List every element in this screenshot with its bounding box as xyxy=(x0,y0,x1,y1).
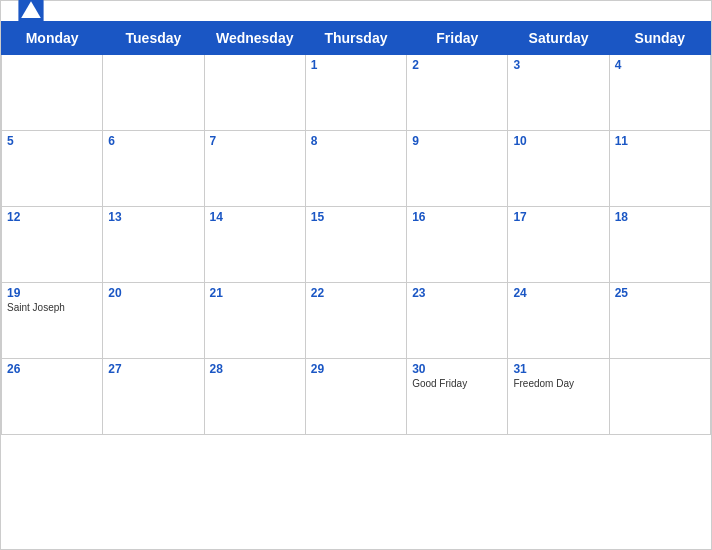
logo-icon xyxy=(17,0,45,25)
day-event: Freedom Day xyxy=(513,378,603,389)
table-row: 17 xyxy=(508,207,609,283)
table-row: 22 xyxy=(305,283,406,359)
table-row: 5 xyxy=(2,131,103,207)
day-number: 10 xyxy=(513,134,603,148)
table-row: 1 xyxy=(305,55,406,131)
day-event: Good Friday xyxy=(412,378,502,389)
weekday-header-sunday: Sunday xyxy=(609,22,710,55)
calendar-table: MondayTuesdayWednesdayThursdayFridaySatu… xyxy=(1,21,711,435)
table-row: 7 xyxy=(204,131,305,207)
day-number: 16 xyxy=(412,210,502,224)
weekday-header-tuesday: Tuesday xyxy=(103,22,204,55)
table-row xyxy=(204,55,305,131)
weekday-header-monday: Monday xyxy=(2,22,103,55)
day-number: 14 xyxy=(210,210,300,224)
table-row: 19Saint Joseph xyxy=(2,283,103,359)
day-number: 11 xyxy=(615,134,705,148)
table-row: 31Freedom Day xyxy=(508,359,609,435)
day-number: 13 xyxy=(108,210,198,224)
calendar-header xyxy=(1,1,711,21)
weekday-header-saturday: Saturday xyxy=(508,22,609,55)
day-number: 18 xyxy=(615,210,705,224)
table-row: 2 xyxy=(407,55,508,131)
week-row-3: 12131415161718 xyxy=(2,207,711,283)
table-row xyxy=(609,359,710,435)
weekday-header-friday: Friday xyxy=(407,22,508,55)
week-row-1: 1234 xyxy=(2,55,711,131)
table-row: 21 xyxy=(204,283,305,359)
day-number: 9 xyxy=(412,134,502,148)
day-number: 22 xyxy=(311,286,401,300)
table-row: 27 xyxy=(103,359,204,435)
table-row: 18 xyxy=(609,207,710,283)
logo xyxy=(17,0,49,25)
day-number: 21 xyxy=(210,286,300,300)
day-number: 30 xyxy=(412,362,502,376)
table-row: 25 xyxy=(609,283,710,359)
day-number: 5 xyxy=(7,134,97,148)
table-row: 6 xyxy=(103,131,204,207)
day-number: 17 xyxy=(513,210,603,224)
day-number: 3 xyxy=(513,58,603,72)
day-number: 1 xyxy=(311,58,401,72)
day-number: 25 xyxy=(615,286,705,300)
day-number: 20 xyxy=(108,286,198,300)
calendar-container: MondayTuesdayWednesdayThursdayFridaySatu… xyxy=(0,0,712,550)
table-row: 11 xyxy=(609,131,710,207)
day-number: 26 xyxy=(7,362,97,376)
day-number: 8 xyxy=(311,134,401,148)
table-row: 30Good Friday xyxy=(407,359,508,435)
table-row: 4 xyxy=(609,55,710,131)
table-row: 23 xyxy=(407,283,508,359)
table-row: 20 xyxy=(103,283,204,359)
table-row: 9 xyxy=(407,131,508,207)
day-number: 7 xyxy=(210,134,300,148)
table-row xyxy=(103,55,204,131)
table-row: 12 xyxy=(2,207,103,283)
table-row: 14 xyxy=(204,207,305,283)
table-row: 15 xyxy=(305,207,406,283)
table-row: 28 xyxy=(204,359,305,435)
day-number: 6 xyxy=(108,134,198,148)
week-row-2: 567891011 xyxy=(2,131,711,207)
week-row-5: 2627282930Good Friday31Freedom Day xyxy=(2,359,711,435)
table-row: 16 xyxy=(407,207,508,283)
day-number: 15 xyxy=(311,210,401,224)
table-row: 3 xyxy=(508,55,609,131)
day-number: 4 xyxy=(615,58,705,72)
day-number: 23 xyxy=(412,286,502,300)
day-number: 24 xyxy=(513,286,603,300)
table-row: 8 xyxy=(305,131,406,207)
table-row: 26 xyxy=(2,359,103,435)
day-number: 2 xyxy=(412,58,502,72)
weekday-header-thursday: Thursday xyxy=(305,22,406,55)
weekday-header-row: MondayTuesdayWednesdayThursdayFridaySatu… xyxy=(2,22,711,55)
weekday-header-wednesday: Wednesday xyxy=(204,22,305,55)
table-row: 10 xyxy=(508,131,609,207)
table-row: 24 xyxy=(508,283,609,359)
table-row: 29 xyxy=(305,359,406,435)
day-number: 12 xyxy=(7,210,97,224)
day-number: 31 xyxy=(513,362,603,376)
table-row xyxy=(2,55,103,131)
day-number: 27 xyxy=(108,362,198,376)
week-row-4: 19Saint Joseph202122232425 xyxy=(2,283,711,359)
day-number: 19 xyxy=(7,286,97,300)
day-number: 29 xyxy=(311,362,401,376)
day-event: Saint Joseph xyxy=(7,302,97,313)
table-row: 13 xyxy=(103,207,204,283)
day-number: 28 xyxy=(210,362,300,376)
